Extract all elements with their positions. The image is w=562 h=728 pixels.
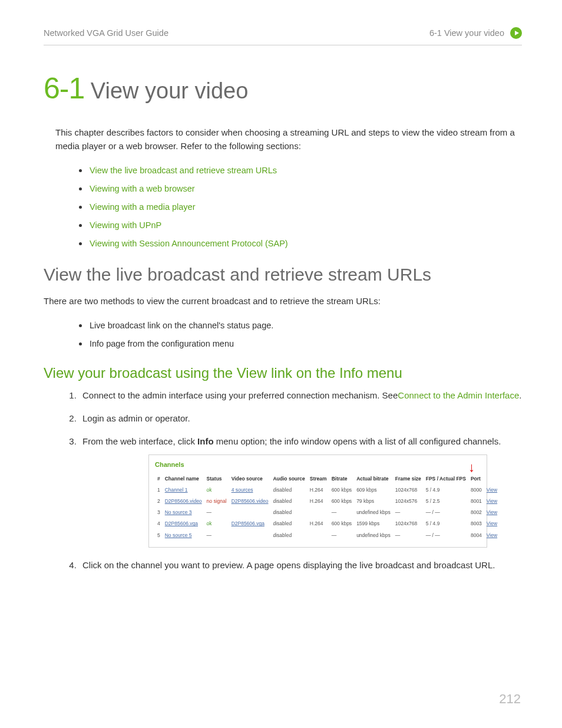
table-header: Channel name	[163, 473, 204, 485]
view-link[interactable]: View	[487, 509, 497, 515]
table-header: Frame size	[393, 473, 424, 485]
page-header: Networked VGA Grid User Guide 6-1 View y…	[44, 27, 522, 45]
actual-bitrate-cell: 1599 kbps	[354, 518, 393, 529]
toc-link[interactable]: Viewing with Session Announcement Protoc…	[90, 239, 288, 248]
view-cell: View	[484, 485, 500, 496]
table-row: 1Channel 1ok4 sourcesdisabledH.264600 kb…	[155, 485, 500, 496]
table-header: #	[155, 473, 163, 485]
toc-link[interactable]: View the live broadcast and retrieve str…	[90, 166, 277, 175]
view-cell: View	[484, 530, 500, 541]
view-link[interactable]: View	[487, 521, 497, 526]
port-cell: 8004	[468, 530, 484, 541]
frame-size-cell: —	[393, 507, 424, 518]
frame-size-cell: —	[393, 530, 424, 541]
row-index: 4	[155, 518, 163, 529]
video-source-cell: D2P85606.vga	[229, 518, 271, 529]
table-header: Actual bitrate	[354, 473, 393, 485]
toc-item: View the live broadcast and retrieve str…	[79, 162, 522, 180]
channel-link[interactable]: D2P85606.vga	[165, 521, 198, 526]
toc-item: Viewing with UPnP	[79, 216, 522, 235]
view-link[interactable]: View	[487, 498, 497, 504]
page-number: 212	[499, 691, 521, 707]
table-row: 2D2P85606.videono signalD2P85606.videodi…	[155, 496, 500, 507]
channel-name-cell: D2P85606.vga	[163, 518, 204, 529]
fps-cell: — / —	[424, 530, 468, 541]
actual-bitrate-cell: undefined kbps	[354, 530, 393, 541]
bitrate-cell: 600 kbps	[329, 485, 355, 496]
header-left: Networked VGA Grid User Guide	[44, 28, 168, 38]
fps-cell: 5 / 4.9	[424, 518, 468, 529]
channel-link[interactable]: Channel 1	[165, 487, 188, 493]
stream-cell: H.264	[308, 496, 329, 507]
table-header: Video source	[229, 473, 271, 485]
table-header: Audio source	[270, 473, 307, 485]
video-source-cell: 4 sources	[229, 485, 271, 496]
toc-item: Viewing with a web browser	[79, 180, 522, 198]
channel-link[interactable]: No source 5	[165, 532, 192, 538]
table-header: FPS / Actual FPS	[424, 473, 468, 485]
row-index: 3	[155, 507, 163, 518]
screenshot-title: Channels	[155, 460, 481, 470]
table-row: 5No source 5—disabled—undefined kbps—— /…	[155, 530, 500, 541]
toc-link[interactable]: Viewing with UPnP	[90, 220, 161, 230]
frame-size-cell: 1024x768	[393, 518, 424, 529]
connect-admin-link[interactable]: Connect to the Admin Interface	[398, 390, 519, 400]
bitrate-cell: —	[329, 507, 355, 518]
step-4: Click on the channel you want to preview…	[79, 558, 522, 572]
view-cell: View	[484, 496, 500, 507]
view-cell: View	[484, 518, 500, 529]
fps-cell: — / —	[424, 507, 468, 518]
channel-link[interactable]: No source 3	[165, 509, 192, 515]
video-source-cell	[229, 530, 271, 541]
table-header: Status	[204, 473, 229, 485]
actual-bitrate-cell: undefined kbps	[354, 507, 393, 518]
view-link[interactable]: View	[487, 487, 497, 493]
audio-source-cell: disabled	[270, 518, 307, 529]
channel-link[interactable]: D2P85606.video	[165, 498, 202, 504]
toc-link[interactable]: Viewing with a media player	[90, 202, 195, 212]
chapter-number: 6-1	[44, 72, 84, 105]
video-source-link[interactable]: 4 sources	[232, 487, 253, 493]
fps-cell: 5 / 4.9	[424, 485, 468, 496]
actual-bitrate-cell: 79 kbps	[354, 496, 393, 507]
view-link[interactable]: View	[487, 532, 497, 538]
frame-size-cell: 1024x576	[393, 496, 424, 507]
bitrate-cell: —	[329, 530, 355, 541]
actual-bitrate-cell: 609 kbps	[354, 485, 393, 496]
audio-source-cell: disabled	[270, 496, 307, 507]
table-header: Bitrate	[329, 473, 355, 485]
table-row: 4D2P85606.vgaokD2P85606.vgadisabledH.264…	[155, 518, 500, 529]
subsection-heading: View your broadcast using the View link …	[44, 365, 522, 381]
step-3: From the web interface, click Info menu …	[79, 434, 522, 547]
frame-size-cell: 1024x768	[393, 485, 424, 496]
row-index: 2	[155, 496, 163, 507]
table-header: Stream	[308, 473, 329, 485]
header-right: 6-1 View your video	[429, 28, 504, 38]
steps-list: Connect to the admin interface using you…	[79, 388, 522, 572]
audio-source-cell: disabled	[270, 530, 307, 541]
channels-table: #Channel nameStatusVideo sourceAudio sou…	[155, 473, 500, 541]
toc-item: Viewing with a media player	[79, 198, 522, 216]
status-cell: ok	[204, 518, 229, 529]
status-cell: ok	[204, 485, 229, 496]
method-list: Live broadcast link on the channel's sta…	[79, 317, 522, 353]
status-cell: no signal	[204, 496, 229, 507]
video-source-cell: D2P85606.video	[229, 496, 271, 507]
video-source-link[interactable]: D2P85606.vga	[232, 521, 265, 526]
stream-cell: H.264	[308, 518, 329, 529]
channel-name-cell: Channel 1	[163, 485, 204, 496]
bitrate-cell: 600 kbps	[329, 518, 355, 529]
step-1: Connect to the admin interface using you…	[79, 388, 522, 402]
port-cell: 8001	[468, 496, 484, 507]
list-item: Info page from the configuration menu	[79, 335, 522, 353]
bitrate-cell: 600 kbps	[329, 496, 355, 507]
table-header-row: #Channel nameStatusVideo sourceAudio sou…	[155, 473, 500, 485]
toc-list: View the live broadcast and retrieve str…	[79, 162, 522, 253]
info-menu-label: Info	[197, 436, 214, 446]
channel-name-cell: D2P85606.video	[163, 496, 204, 507]
arrow-icon: ↓	[468, 457, 475, 477]
toc-link[interactable]: Viewing with a web browser	[90, 184, 195, 193]
video-source-link[interactable]: D2P85606.video	[232, 498, 269, 504]
chapter-text: View your video	[84, 78, 248, 103]
port-cell: 8002	[468, 507, 484, 518]
